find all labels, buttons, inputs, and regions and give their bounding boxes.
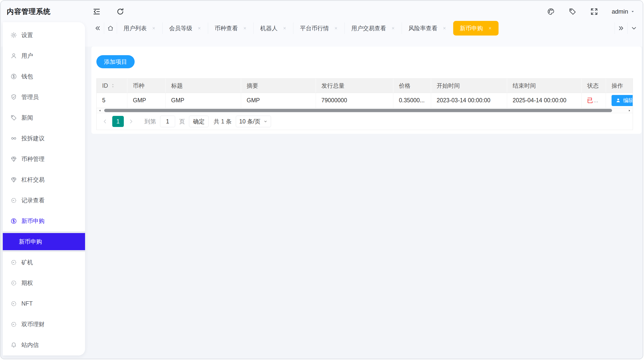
- column-header-actions: 操作: [606, 79, 633, 93]
- gauge-icon: [10, 259, 17, 266]
- table-row: 5 GMP GMP GMP 79000000 0.35000... 2023-0…: [97, 93, 633, 108]
- sidebar-item-news[interactable]: 新闻: [3, 107, 85, 128]
- sidebar-item-nft[interactable]: NFT: [3, 293, 85, 314]
- sidebar-item-label: 杠杆交易: [21, 176, 45, 184]
- sidebar-item-dual-invest[interactable]: 双币理财: [3, 314, 85, 335]
- pagination: 1 到第 页 确定 共 1 条 10 条/页: [97, 113, 633, 130]
- scrollbar-track[interactable]: [103, 109, 627, 112]
- scroll-left-arrow-icon[interactable]: [98, 109, 102, 112]
- sidebar-item-records[interactable]: 记录查看: [3, 190, 85, 211]
- sidebar-item-wallet[interactable]: 钱包: [3, 66, 85, 87]
- sidebar-item-feedback[interactable]: 投拆建议: [3, 128, 85, 149]
- tab-robot[interactable]: 机器人: [254, 21, 293, 36]
- table-header-row: ID 币种 标题 摘要 发行总量 价格 开始时间 结束时间 状态 操作: [97, 79, 633, 93]
- scroll-right-arrow-icon[interactable]: [628, 109, 631, 112]
- dollar-circle-icon: [10, 73, 17, 80]
- status-text: 已: [587, 96, 593, 104]
- sidebar-subitem-label: 新币申购: [19, 238, 42, 246]
- sidebar-item-settings[interactable]: 设置: [3, 25, 85, 45]
- column-header-summary: 摘要: [241, 79, 316, 93]
- palette-icon[interactable]: [547, 8, 555, 16]
- refresh-icon[interactable]: [116, 7, 125, 16]
- sidebar: 设置 用户 钱包 管理员 新闻 投拆建议: [3, 22, 85, 355]
- column-header-title: 标题: [166, 79, 241, 93]
- close-icon[interactable]: [243, 26, 247, 30]
- goto-page-suffix: 页: [179, 118, 185, 125]
- tabs-more-button[interactable]: [628, 21, 640, 36]
- next-page-icon[interactable]: [128, 118, 134, 125]
- tab-label: 用户列表: [124, 24, 147, 32]
- sidebar-item-options[interactable]: 期权: [3, 273, 85, 293]
- infinity-icon: [10, 135, 17, 142]
- cell-end-time: 2025-04-14 00:00:00: [507, 93, 582, 108]
- scrollbar-thumb[interactable]: [104, 109, 612, 112]
- tag-icon[interactable]: [569, 8, 577, 16]
- tab-label: 新币申购: [460, 24, 483, 32]
- gear-icon: [10, 32, 17, 39]
- tab-coin-view[interactable]: 币种查看: [208, 21, 253, 36]
- fullscreen-icon[interactable]: [590, 8, 598, 16]
- sidebar-subitem-new-coin-subscription[interactable]: 新币申购: [3, 233, 85, 250]
- sort-icon[interactable]: [111, 83, 115, 88]
- gem-icon: [10, 176, 17, 183]
- column-header-id[interactable]: ID: [97, 79, 127, 93]
- column-header-price: 价格: [393, 79, 431, 93]
- edit-button[interactable]: 编辑: [612, 95, 633, 106]
- current-page-button[interactable]: 1: [112, 116, 124, 127]
- cell-start-time: 2023-03-14 00:00:00: [431, 93, 507, 108]
- tab-label: 会员等级: [169, 24, 192, 32]
- tab-member-level[interactable]: 会员等级: [163, 21, 208, 36]
- cell-summary: GMP: [241, 93, 316, 108]
- close-icon[interactable]: [197, 26, 201, 30]
- tab-platform-coin-market[interactable]: 平台币行情: [293, 21, 345, 36]
- user-menu[interactable]: admin: [612, 8, 635, 15]
- column-header-status: 状态: [582, 79, 606, 93]
- sidebar-item-users[interactable]: 用户: [3, 45, 85, 66]
- add-project-button[interactable]: 添加项目: [96, 55, 135, 68]
- user-name: admin: [612, 8, 628, 15]
- cell-total-supply: 79000000: [316, 93, 393, 108]
- tab-bar-controls: [615, 21, 640, 36]
- menu-fold-icon[interactable]: [92, 7, 101, 16]
- tab-label: 币种查看: [215, 24, 238, 32]
- goto-page-input[interactable]: [160, 116, 175, 127]
- tab-user-trade-view[interactable]: 用户交易查看: [345, 21, 402, 36]
- home-tab[interactable]: [104, 21, 117, 36]
- app-title: 内容管理系统: [7, 1, 51, 22]
- sidebar-item-site-messages[interactable]: 站内信: [3, 335, 85, 355]
- sidebar-item-coin-manage[interactable]: 币种管理: [3, 149, 85, 169]
- sidebar-item-label: 钱包: [21, 73, 33, 80]
- sidebar-item-label: 新币申购: [21, 217, 45, 225]
- close-icon[interactable]: [334, 26, 338, 30]
- close-icon[interactable]: [488, 26, 492, 30]
- tabs-scroll-right-button[interactable]: [615, 21, 627, 36]
- prev-page-icon[interactable]: [102, 118, 108, 125]
- user-icon: [616, 98, 621, 103]
- sidebar-item-label: 新闻: [21, 114, 33, 122]
- tab-label: 平台币行情: [300, 24, 329, 32]
- gauge-icon: [10, 280, 17, 286]
- close-icon[interactable]: [152, 26, 156, 30]
- confirm-page-button[interactable]: 确定: [189, 116, 209, 127]
- edit-button-label: 编辑: [623, 97, 633, 104]
- header-actions: admin: [547, 1, 635, 22]
- dollar-circle-icon: [10, 218, 17, 224]
- horizontal-scrollbar: [97, 108, 633, 113]
- sidebar-item-admins[interactable]: 管理员: [3, 87, 85, 107]
- tab-risk-rate-view[interactable]: 风险率查看: [402, 21, 453, 36]
- tab-user-list[interactable]: 用户列表: [117, 21, 162, 36]
- close-icon[interactable]: [442, 26, 446, 30]
- gauge-icon: [10, 197, 17, 204]
- tab-label: 风险率查看: [408, 24, 437, 32]
- tab-new-coin-subscription[interactable]: 新币申购: [453, 21, 499, 36]
- page-size-select[interactable]: 10 条/页: [236, 116, 271, 127]
- home-icon: [107, 25, 114, 32]
- close-icon[interactable]: [283, 26, 287, 30]
- column-header-start-time: 开始时间: [431, 79, 507, 93]
- tabs-scroll-left-button[interactable]: [91, 21, 104, 36]
- tab-bar: 用户列表 会员等级 币种查看 机器人 平台币行情 用户交易查看: [91, 21, 499, 36]
- sidebar-item-miner[interactable]: 矿机: [3, 252, 85, 273]
- sidebar-item-new-coin-subscription[interactable]: 新币申购: [3, 211, 85, 231]
- close-icon[interactable]: [391, 26, 395, 30]
- sidebar-item-margin-trade[interactable]: 杠杆交易: [3, 169, 85, 190]
